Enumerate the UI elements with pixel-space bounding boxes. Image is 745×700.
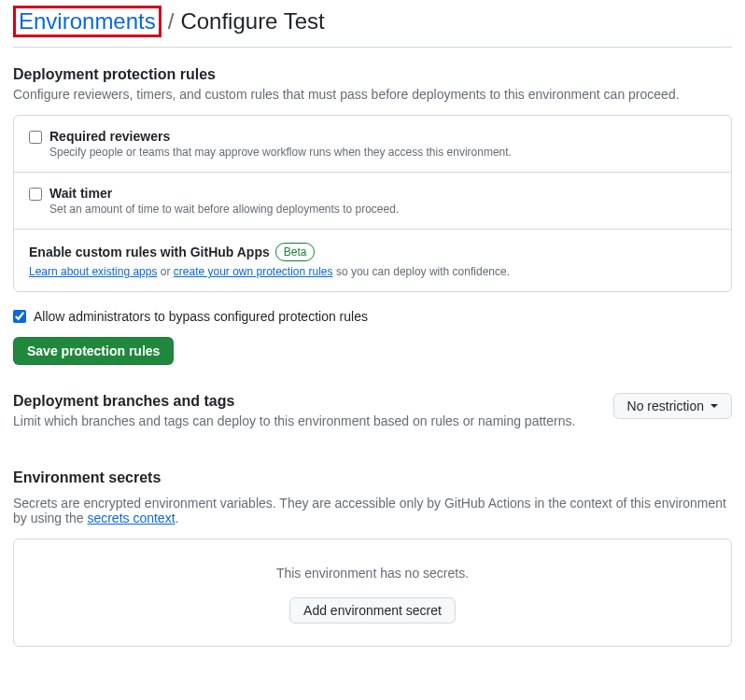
custom-rules-desc: Learn about existing apps or create your… bbox=[29, 265, 716, 278]
custom-rules-row: Enable custom rules with GitHub Apps Bet… bbox=[14, 230, 731, 291]
branches-heading: Deployment branches and tags bbox=[13, 393, 613, 410]
breadcrumb: Environments / Configure Test bbox=[13, 0, 732, 48]
branches-desc: Limit which branches and tags can deploy… bbox=[13, 413, 613, 428]
breadcrumb-current: Configure Test bbox=[180, 8, 324, 35]
learn-existing-apps-link[interactable]: Learn about existing apps bbox=[29, 265, 157, 278]
secrets-desc: Secrets are encrypted environment variab… bbox=[13, 496, 732, 525]
protection-desc: Configure reviewers, timers, and custom … bbox=[13, 87, 732, 102]
deployment-branches-section: Deployment branches and tags Limit which… bbox=[13, 393, 732, 441]
breadcrumb-separator: / bbox=[168, 8, 175, 35]
beta-badge: Beta bbox=[275, 243, 316, 261]
create-own-rules-link[interactable]: create your own protection rules bbox=[174, 265, 333, 278]
custom-rules-or: or bbox=[157, 265, 173, 278]
bypass-row: Allow administrators to bypass configure… bbox=[13, 309, 732, 324]
secrets-empty-message: This environment has no secrets. bbox=[29, 566, 716, 581]
add-environment-secret-button[interactable]: Add environment secret bbox=[289, 597, 456, 623]
required-reviewers-checkbox[interactable] bbox=[29, 131, 42, 144]
deployment-protection-section: Deployment protection rules Configure re… bbox=[13, 66, 732, 365]
save-protection-rules-button[interactable]: Save protection rules bbox=[13, 337, 174, 365]
chevron-down-icon bbox=[710, 404, 718, 408]
protection-rules-box: Required reviewers Specify people or tea… bbox=[13, 115, 732, 292]
required-reviewers-row: Required reviewers Specify people or tea… bbox=[14, 116, 731, 173]
required-reviewers-desc: Specify people or teams that may approve… bbox=[49, 146, 716, 159]
secrets-box: This environment has no secrets. Add env… bbox=[13, 539, 732, 647]
branches-restriction-dropdown[interactable]: No restriction bbox=[613, 393, 732, 419]
custom-rules-tail: so you can deploy with confidence. bbox=[333, 265, 510, 278]
custom-rules-title: Enable custom rules with GitHub Apps bbox=[29, 245, 270, 259]
breadcrumb-highlight: Environments bbox=[13, 6, 162, 37]
wait-timer-label[interactable]: Wait timer bbox=[49, 186, 112, 201]
protection-heading: Deployment protection rules bbox=[13, 66, 732, 83]
secrets-heading: Environment secrets bbox=[13, 469, 732, 486]
secrets-desc-suffix: . bbox=[176, 511, 179, 525]
breadcrumb-environments-link[interactable]: Environments bbox=[19, 8, 156, 34]
environment-secrets-section: Environment secrets Secrets are encrypte… bbox=[13, 469, 732, 647]
secrets-context-link[interactable]: secrets context bbox=[87, 511, 175, 525]
branches-restriction-label: No restriction bbox=[627, 399, 704, 413]
wait-timer-row: Wait timer Set an amount of time to wait… bbox=[14, 173, 731, 230]
allow-bypass-label[interactable]: Allow administrators to bypass configure… bbox=[34, 309, 368, 324]
allow-bypass-checkbox[interactable] bbox=[13, 310, 26, 323]
secrets-empty-state: This environment has no secrets. Add env… bbox=[14, 539, 731, 646]
required-reviewers-label[interactable]: Required reviewers bbox=[49, 129, 170, 144]
wait-timer-checkbox[interactable] bbox=[29, 188, 42, 201]
wait-timer-desc: Set an amount of time to wait before all… bbox=[49, 203, 716, 216]
